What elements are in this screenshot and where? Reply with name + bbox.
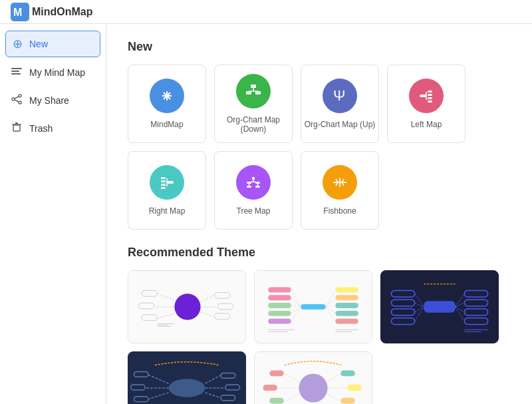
svg-point-7 [12, 98, 15, 101]
svg-text:Ψ: Ψ [333, 87, 345, 104]
svg-rect-15 [251, 85, 256, 88]
svg-rect-22 [420, 95, 426, 97]
svg-rect-32 [161, 180, 166, 182]
sidebar: ⊕ New My Mind Map My Share Trash [0, 24, 106, 404]
svg-rect-144 [347, 385, 362, 391]
svg-rect-139 [269, 398, 284, 404]
recommended-section-title: Recommended Theme [128, 246, 511, 260]
logo-icon: M [11, 3, 29, 21]
svg-rect-145 [340, 398, 355, 404]
svg-rect-81 [335, 311, 358, 316]
theme-card-3[interactable] [380, 270, 499, 343]
svg-rect-82 [335, 319, 358, 324]
svg-line-9 [15, 100, 19, 102]
right-map-label: Right Map [149, 206, 186, 216]
svg-rect-36 [252, 177, 255, 180]
map-cards-grid: MindMap Org-Chart Map (Down) Ψ Org-Chart… [128, 65, 511, 230]
mind-map-icon [11, 65, 23, 80]
fishbone-label: Fishbone [323, 206, 356, 216]
sidebar-new-label: New [29, 39, 48, 49]
mindmap-icon [150, 79, 184, 113]
svg-rect-42 [247, 186, 251, 188]
svg-rect-18 [246, 91, 251, 95]
map-card-org-up[interactable]: Ψ Org-Chart Map (Up) [301, 65, 379, 143]
svg-rect-33 [161, 184, 166, 186]
svg-rect-78 [335, 288, 358, 293]
svg-rect-27 [428, 101, 432, 102]
svg-rect-2 [11, 68, 22, 69]
map-card-left[interactable]: Left Map [387, 65, 466, 143]
map-card-right[interactable]: Right Map [128, 151, 206, 230]
svg-rect-72 [301, 304, 325, 309]
svg-rect-98 [424, 301, 455, 313]
svg-rect-24 [428, 91, 432, 93]
svg-rect-76 [268, 311, 291, 316]
sidebar-trash-label: Trash [29, 123, 53, 134]
left-map-icon [409, 79, 444, 113]
svg-point-14 [165, 94, 169, 98]
svg-rect-143 [340, 370, 355, 376]
org-up-label: Org-Chart Map (Up) [305, 120, 376, 129]
svg-point-133 [299, 373, 327, 402]
svg-rect-19 [255, 91, 261, 95]
logo[interactable]: M MindOnMap [11, 3, 93, 21]
svg-rect-77 [268, 319, 291, 324]
sidebar-share-label: My Share [29, 95, 69, 106]
theme-cards-grid [128, 270, 511, 404]
share-icon [11, 93, 23, 108]
trash-icon [11, 121, 23, 136]
svg-text:M: M [13, 7, 22, 18]
svg-rect-3 [11, 71, 19, 72]
svg-point-6 [19, 101, 21, 104]
mindmap-label: MindMap [150, 120, 183, 129]
svg-rect-74 [268, 295, 291, 300]
sidebar-item-new[interactable]: ⊕ New [5, 31, 100, 57]
theme-card-2[interactable] [254, 270, 372, 343]
right-map-icon [150, 165, 184, 200]
tree-map-label: Tree Map [237, 206, 271, 216]
svg-line-41 [253, 182, 258, 182]
org-down-label: Org-Chart Map (Down) [215, 115, 292, 134]
sidebar-item-my-share[interactable]: My Share [0, 87, 106, 114]
svg-point-5 [19, 95, 21, 97]
fishbone-icon [323, 165, 357, 200]
svg-rect-138 [263, 385, 277, 391]
org-up-icon: Ψ [323, 79, 357, 113]
svg-rect-29 [167, 181, 174, 184]
svg-rect-79 [335, 295, 358, 300]
content-area: New MindMap Org-Chart Map (Down) Ψ [106, 24, 532, 404]
left-map-label: Left Map [411, 120, 442, 129]
sidebar-item-trash[interactable]: Trash [0, 114, 106, 142]
svg-rect-75 [268, 303, 291, 308]
svg-rect-137 [269, 370, 284, 376]
main-layout: ⊕ New My Mind Map My Share Trash New [0, 24, 532, 404]
svg-rect-4 [11, 73, 21, 75]
tree-map-icon [236, 165, 271, 200]
org-down-icon [236, 74, 271, 108]
svg-rect-43 [255, 186, 260, 188]
svg-rect-73 [268, 288, 291, 293]
sidebar-item-my-mind-map[interactable]: My Mind Map [0, 59, 106, 87]
map-card-tree[interactable]: Tree Map [214, 151, 293, 230]
sidebar-mindmap-label: My Mind Map [29, 67, 85, 78]
svg-rect-26 [428, 97, 432, 99]
svg-rect-31 [161, 177, 166, 179]
svg-rect-80 [335, 303, 358, 308]
new-section-title: New [128, 40, 511, 54]
svg-point-55 [174, 294, 200, 319]
theme-card-1[interactable] [128, 270, 246, 343]
new-icon: ⊕ [13, 37, 23, 51]
map-card-fishbone[interactable]: Fishbone [301, 151, 379, 230]
svg-rect-10 [13, 125, 20, 131]
logo-text: MindOnMap [32, 6, 93, 18]
svg-line-40 [249, 182, 254, 182]
map-card-mindmap[interactable]: MindMap [128, 65, 206, 143]
theme-card-4[interactable] [128, 351, 246, 404]
svg-rect-34 [161, 187, 166, 189]
svg-line-8 [15, 97, 19, 99]
svg-point-119 [169, 379, 205, 397]
svg-rect-25 [428, 94, 432, 96]
map-card-org-down[interactable]: Org-Chart Map (Down) [214, 65, 293, 143]
header: M MindOnMap [0, 0, 532, 24]
theme-card-5[interactable] [254, 351, 372, 404]
